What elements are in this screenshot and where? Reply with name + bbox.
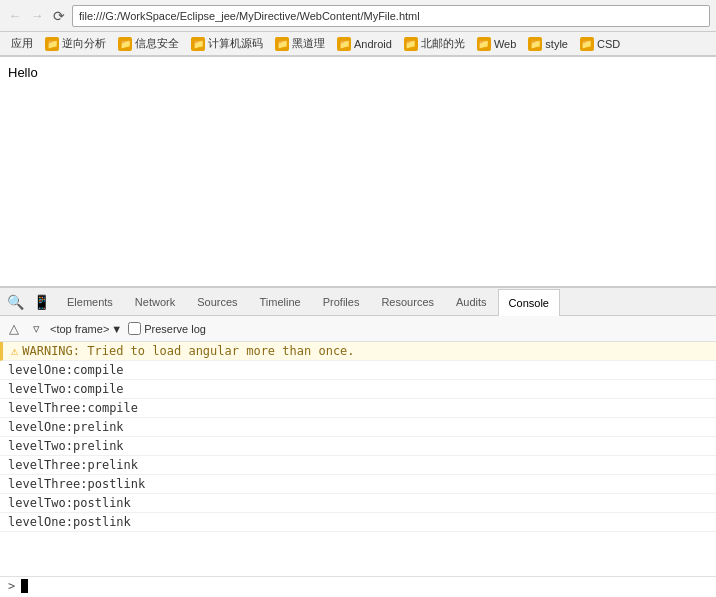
folder-icon: 📁 <box>528 37 542 51</box>
bookmarks-bar: 应用 📁 逆向分析 📁 信息安全 📁 计算机源码 📁 黑道理 📁 Android… <box>0 32 716 56</box>
console-log-line: levelThree:postlink <box>0 475 716 494</box>
bookmark-label: 信息安全 <box>135 36 179 51</box>
devtools-panel: 🔍 📱 Elements Network Sources Timeline Pr… <box>0 287 716 595</box>
tab-profiles[interactable]: Profiles <box>312 288 371 315</box>
frame-selector-label: <top frame> <box>50 323 109 335</box>
console-log-text: levelThree:postlink <box>8 477 145 491</box>
bookmark-label: CSD <box>597 38 620 50</box>
console-log-text: levelOne:compile <box>8 363 124 377</box>
console-log-text: levelThree:prelink <box>8 458 138 472</box>
console-log-line: levelOne:prelink <box>0 418 716 437</box>
console-log-text: levelOne:prelink <box>8 420 124 434</box>
console-log-line: levelTwo:prelink <box>0 437 716 456</box>
console-log-text: levelTwo:prelink <box>8 439 124 453</box>
bookmark-label: 计算机源码 <box>208 36 263 51</box>
folder-icon: 📁 <box>477 37 491 51</box>
folder-icon: 📁 <box>404 37 418 51</box>
warning-icon: ⚠ <box>11 344 18 358</box>
tab-resources[interactable]: Resources <box>370 288 445 315</box>
console-log-line: levelOne:compile <box>0 361 716 380</box>
filter-icon[interactable]: ▿ <box>28 321 44 337</box>
bookmark-计算机源码[interactable]: 📁 计算机源码 <box>186 35 268 52</box>
folder-icon: 📁 <box>275 37 289 51</box>
folder-icon: 📁 <box>45 37 59 51</box>
back-button[interactable]: ← <box>6 7 24 25</box>
bookmark-label: 北邮的光 <box>421 36 465 51</box>
nav-bar: ← → ⟳ <box>0 0 716 32</box>
bookmark-csd[interactable]: 📁 CSD <box>575 36 625 52</box>
address-bar[interactable] <box>72 5 710 27</box>
bookmark-逆向分析[interactable]: 📁 逆向分析 <box>40 35 111 52</box>
console-warning-line: ⚠ WARNING: Tried to load angular more th… <box>0 342 716 361</box>
tab-network[interactable]: Network <box>124 288 186 315</box>
bookmark-label: style <box>545 38 568 50</box>
console-prompt[interactable]: > <box>0 576 716 595</box>
folder-icon: 📁 <box>580 37 594 51</box>
console-log-line: levelThree:compile <box>0 399 716 418</box>
console-log-text: levelTwo:postlink <box>8 496 131 510</box>
console-log-line: levelThree:prelink <box>0 456 716 475</box>
folder-icon: 📁 <box>337 37 351 51</box>
frame-selector[interactable]: <top frame> ▼ <box>50 323 122 335</box>
tab-sources[interactable]: Sources <box>186 288 248 315</box>
console-log-text: levelOne:postlink <box>8 515 131 529</box>
preserve-log-checkbox[interactable] <box>128 322 141 335</box>
console-log-line: levelOne:postlink <box>0 513 716 532</box>
preserve-log-toggle[interactable]: Preserve log <box>128 322 206 335</box>
bookmark-信息安全[interactable]: 📁 信息安全 <box>113 35 184 52</box>
prompt-cursor <box>21 579 28 593</box>
prompt-arrow: > <box>8 579 15 593</box>
bookmark-北邮的光[interactable]: 📁 北邮的光 <box>399 35 470 52</box>
bookmark-label: Web <box>494 38 516 50</box>
bookmark-label: Android <box>354 38 392 50</box>
bookmark-web[interactable]: 📁 Web <box>472 36 521 52</box>
bookmark-style[interactable]: 📁 style <box>523 36 573 52</box>
preserve-log-text: Preserve log <box>144 323 206 335</box>
console-log-text: levelTwo:compile <box>8 382 124 396</box>
console-log-line: levelTwo:postlink <box>0 494 716 513</box>
hello-text: Hello <box>8 65 38 80</box>
search-icon[interactable]: 🔍 <box>4 291 26 313</box>
apps-label[interactable]: 应用 <box>6 35 38 52</box>
bookmark-label: 逆向分析 <box>62 36 106 51</box>
tab-console[interactable]: Console <box>498 289 560 316</box>
folder-icon: 📁 <box>118 37 132 51</box>
console-log-line: levelTwo:compile <box>0 380 716 399</box>
folder-icon: 📁 <box>191 37 205 51</box>
tab-audits[interactable]: Audits <box>445 288 498 315</box>
dropdown-arrow: ▼ <box>111 323 122 335</box>
console-output: ⚠ WARNING: Tried to load angular more th… <box>0 342 716 576</box>
forward-button[interactable]: → <box>28 7 46 25</box>
page-content: Hello <box>0 57 716 287</box>
devtools-toolbar: △ ▿ <top frame> ▼ Preserve log <box>0 316 716 342</box>
bookmark-android[interactable]: 📁 Android <box>332 36 397 52</box>
bookmark-黑道理[interactable]: 📁 黑道理 <box>270 35 330 52</box>
mobile-icon[interactable]: 📱 <box>30 291 52 313</box>
devtools-tabs: 🔍 📱 Elements Network Sources Timeline Pr… <box>0 288 716 316</box>
tab-elements[interactable]: Elements <box>56 288 124 315</box>
bookmark-label: 黑道理 <box>292 36 325 51</box>
tab-timeline[interactable]: Timeline <box>249 288 312 315</box>
clear-icon[interactable]: △ <box>6 321 22 337</box>
console-warning-text: WARNING: Tried to load angular more than… <box>22 344 354 358</box>
console-log-text: levelThree:compile <box>8 401 138 415</box>
reload-button[interactable]: ⟳ <box>50 7 68 25</box>
